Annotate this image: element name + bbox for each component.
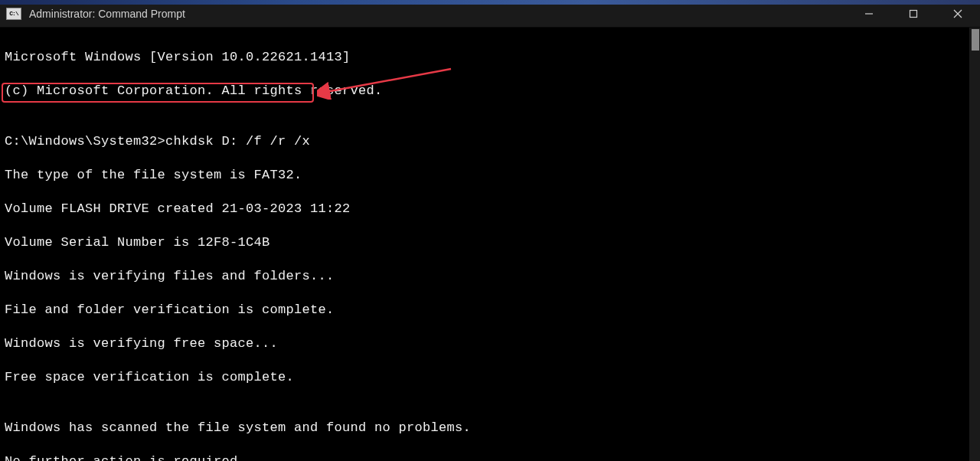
terminal-line: File and folder verification is complete… [5, 302, 975, 319]
terminal-line: Windows is verifying files and folders..… [5, 268, 975, 285]
terminal-line: The type of the file system is FAT32. [5, 167, 975, 184]
terminal-line: Windows is verifying free space... [5, 335, 975, 352]
scrollbar-track[interactable] [969, 28, 980, 461]
terminal-line: Windows has scanned the file system and … [5, 420, 975, 436]
window-title: Administrator: Command Prompt [29, 8, 847, 20]
terminal-line: Microsoft Windows [Version 10.0.22621.14… [5, 49, 975, 66]
scrollbar-thumb[interactable] [972, 29, 979, 51]
terminal-line: Volume FLASH DRIVE created 21-03-2023 11… [5, 201, 975, 217]
terminal-line: No further action is required. [5, 453, 975, 461]
terminal-output[interactable]: Microsoft Windows [Version 10.0.22621.14… [0, 28, 980, 461]
terminal-line: C:\Windows\System32>chkdsk D: /f /r /x [5, 133, 975, 150]
terminal-line: Volume Serial Number is 12F8-1C4B [5, 234, 975, 251]
window-top-edge [0, 0, 980, 5]
cmd-icon: C:\ [6, 8, 21, 20]
svg-rect-1 [910, 10, 917, 17]
terminal-line: (c) Microsoft Corporation. All rights re… [5, 83, 975, 100]
terminal-line: Free space verification is complete. [5, 369, 975, 386]
